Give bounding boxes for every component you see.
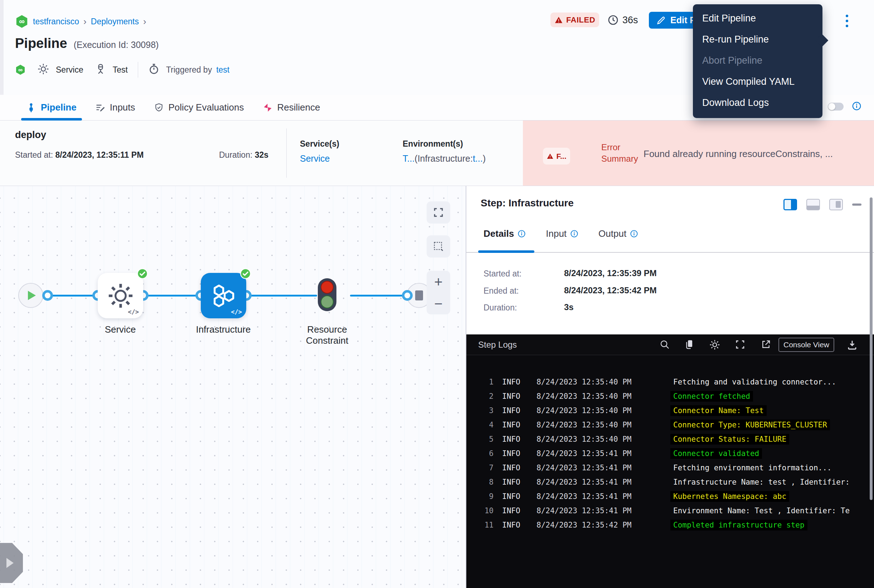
layout-right-split-button[interactable] — [784, 199, 797, 210]
step-panel-tabs: Details Input Output — [483, 228, 638, 239]
pipeline-canvas[interactable]: </> Service </> Infrastructure ResourceC… — [0, 186, 466, 588]
connector-point[interactable] — [42, 290, 53, 301]
log-row[interactable]: 2INFO8/24/2023 12:35:40 PMConnector fetc… — [466, 389, 874, 404]
expand-panel-handle[interactable] — [0, 543, 23, 583]
tab-pipeline[interactable]: Pipeline — [26, 102, 77, 113]
log-row[interactable]: 11INFO8/24/2023 12:35:42 PMCompleted inf… — [466, 518, 874, 532]
gear-icon — [107, 282, 135, 310]
view-toggle[interactable] — [828, 103, 844, 111]
chevron-right-icon: › — [143, 16, 146, 27]
detail-started-label: Started at: — [483, 269, 522, 279]
tab-inputs[interactable]: Inputs — [95, 102, 135, 113]
breadcrumb-deployments[interactable]: Deployments — [91, 17, 139, 27]
log-row[interactable]: 1INFO8/24/2023 12:35:40 PMFetching and v… — [466, 375, 874, 389]
zoom-controls: + − — [427, 271, 450, 314]
menu-item-edit-pipeline[interactable]: Edit Pipeline — [693, 8, 823, 29]
pipeline-actions-menu: Edit Pipeline Re-run Pipeline Abort Pipe… — [693, 4, 823, 118]
node-infrastructure[interactable]: </> — [201, 273, 246, 318]
detail-duration-label: Duration: — [483, 303, 517, 313]
menu-item-download-logs[interactable]: Download Logs — [693, 92, 823, 113]
resilience-icon — [263, 103, 273, 112]
service-link[interactable]: Service — [300, 153, 329, 164]
node-service[interactable]: </> — [98, 273, 143, 318]
more-options-button[interactable] — [839, 12, 854, 29]
step-logs-console: Step Logs Console View — [466, 334, 874, 588]
tab-policy-evaluations[interactable]: Policy Evaluations — [154, 102, 244, 113]
environment-name[interactable]: Test — [113, 65, 128, 75]
log-row[interactable]: 5INFO8/24/2023 12:35:40 PMConnector Stat… — [466, 432, 874, 446]
zoom-out-button[interactable]: − — [434, 297, 442, 311]
success-check-icon — [137, 268, 148, 279]
canvas-select-button[interactable] — [427, 236, 450, 258]
stopwatch-icon — [148, 63, 159, 76]
services-header: Service(s) — [300, 139, 339, 149]
log-row[interactable]: 9INFO8/24/2023 12:35:41 PMKubernetes Nam… — [466, 489, 874, 504]
stage-duration: Duration: 32s — [219, 150, 268, 160]
status-badge: FAILED — [551, 12, 599, 27]
node-label-service: Service — [81, 324, 159, 335]
breadcrumb-project[interactable]: testfrancisco — [33, 17, 79, 27]
edge-infrastructure-constraint — [246, 295, 317, 297]
panel-layout-controls — [784, 199, 862, 210]
zoom-in-button[interactable]: + — [434, 274, 442, 289]
info-icon[interactable] — [852, 101, 862, 112]
stop-icon — [415, 290, 423, 300]
external-link-icon[interactable] — [761, 339, 771, 351]
node-label-infrastructure: Infrastructure — [184, 324, 263, 335]
warning-icon — [554, 16, 563, 24]
pipeline-icon — [26, 103, 36, 112]
triggered-by-user[interactable]: test — [216, 65, 229, 75]
service-name[interactable]: Service — [56, 65, 83, 75]
tab-output[interactable]: Output — [599, 228, 638, 239]
divider — [286, 128, 287, 178]
layout-bottom-split-button[interactable] — [806, 199, 820, 210]
download-icon[interactable] — [847, 339, 858, 352]
menu-item-view-compiled-yaml[interactable]: View Compiled YAML — [693, 71, 823, 92]
stage-name[interactable]: deploy — [15, 129, 46, 141]
tab-resilience[interactable]: Resilience — [263, 102, 320, 113]
menu-item-abort-pipeline[interactable]: Abort Pipeline — [693, 50, 823, 71]
fullscreen-icon[interactable] — [735, 339, 746, 351]
pencil-icon — [656, 15, 666, 26]
log-row[interactable]: 3INFO8/24/2023 12:35:40 PMConnector Name… — [466, 404, 874, 418]
detail-ended-label: Ended at: — [483, 286, 519, 296]
detail-duration-value: 3s — [564, 302, 574, 312]
detail-started-value: 8/24/2023, 12:35:39 PM — [564, 268, 657, 278]
node-resource-constraint[interactable] — [318, 278, 337, 311]
console-view-button[interactable]: Console View — [778, 338, 834, 352]
tab-input[interactable]: Input — [546, 228, 578, 239]
triggered-by-label: Triggered by — [166, 65, 212, 75]
error-message[interactable]: Found already running resourceConstrains… — [644, 148, 872, 159]
canvas-fullscreen-button[interactable] — [427, 201, 450, 224]
step-panel-title: Step: Infrastructure — [481, 197, 574, 209]
panel-scrollbar[interactable] — [870, 197, 872, 500]
minimize-panel-button[interactable] — [852, 204, 862, 206]
expand-icon — [433, 207, 444, 218]
green-light-icon — [321, 296, 334, 308]
step-logs-header: Step Logs Console View — [466, 334, 874, 355]
play-icon — [28, 291, 36, 300]
connector-point[interactable] — [402, 290, 413, 301]
log-row[interactable]: 4INFO8/24/2023 12:35:40 PMConnector Type… — [466, 418, 874, 432]
environments-header: Environment(s) — [403, 139, 463, 149]
stage-started: Started at: 8/24/2023, 12:35:11 PM — [15, 150, 143, 160]
log-row[interactable]: 10INFO8/24/2023 12:35:41 PMEnvironment N… — [466, 504, 874, 518]
info-icon — [630, 230, 638, 238]
step-logs-title: Step Logs — [478, 340, 517, 350]
gear-icon[interactable] — [709, 339, 721, 352]
layout-floating-button[interactable] — [829, 199, 843, 210]
environment-link[interactable]: T...(Infrastructure:t...) — [403, 153, 486, 164]
environment-icon — [95, 63, 106, 76]
detail-ended-value: 8/24/2023, 12:35:42 PM — [564, 285, 657, 296]
log-row[interactable]: 6INFO8/24/2023 12:35:41 PMConnector vali… — [466, 446, 874, 460]
log-row[interactable]: 8INFO8/24/2023 12:35:41 PMInfrastructure… — [466, 475, 874, 489]
menu-item-rerun-pipeline[interactable]: Re-run Pipeline — [693, 29, 823, 50]
edge-service-infrastructure — [143, 295, 201, 297]
error-status-badge: F... — [543, 148, 570, 165]
log-row[interactable]: 7INFO8/24/2023 12:35:41 PMFetching envir… — [466, 460, 874, 475]
copy-icon[interactable] — [684, 339, 695, 351]
tab-details[interactable]: Details — [483, 228, 526, 239]
search-icon[interactable] — [659, 339, 670, 351]
start-node[interactable] — [18, 283, 43, 308]
node-label-resource-constraint: ResourceConstraint — [288, 324, 367, 346]
